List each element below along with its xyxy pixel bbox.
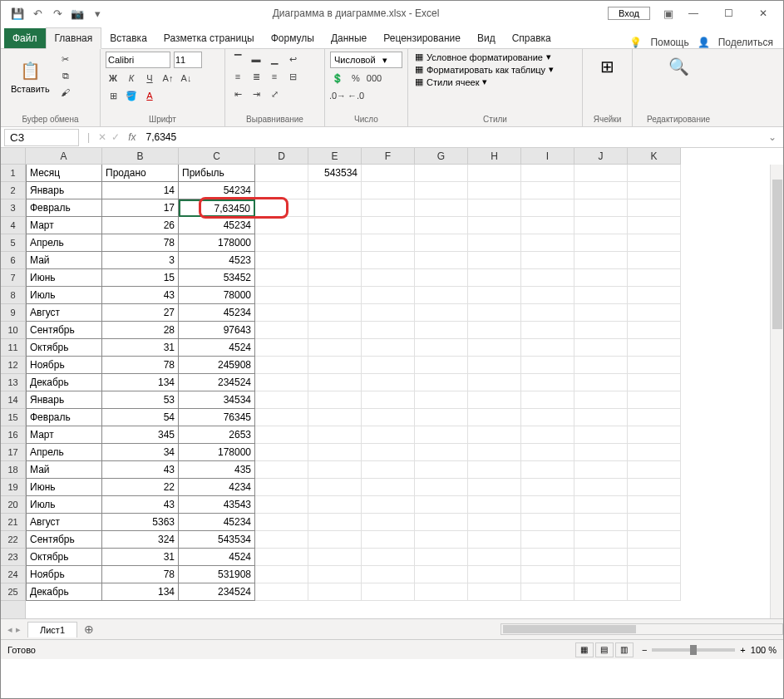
- cell-B13[interactable]: 134: [102, 374, 179, 391]
- font-name-select[interactable]: [106, 52, 170, 68]
- cell-A14[interactable]: Январь: [26, 391, 102, 409]
- cell-D4[interactable]: [255, 217, 308, 234]
- align-bottom-icon[interactable]: ▁: [267, 52, 282, 66]
- cell-H24[interactable]: [468, 566, 521, 583]
- borders-icon[interactable]: ⊞: [106, 88, 121, 103]
- cell-C18[interactable]: 435: [179, 461, 255, 479]
- cell-A9[interactable]: Август: [26, 304, 102, 322]
- row-header-15[interactable]: 15: [1, 409, 25, 426]
- cell-E14[interactable]: [308, 391, 362, 409]
- column-header-D[interactable]: D: [255, 148, 308, 164]
- cell-G8[interactable]: [415, 287, 468, 304]
- cell-C8[interactable]: 78000: [179, 287, 255, 304]
- cell-F23[interactable]: [362, 549, 415, 566]
- cell-J7[interactable]: [574, 269, 628, 287]
- login-button[interactable]: Вход: [608, 7, 650, 20]
- column-header-K[interactable]: K: [628, 148, 681, 164]
- cell-H23[interactable]: [468, 549, 521, 566]
- cell-A4[interactable]: Март: [26, 217, 102, 234]
- cell-F8[interactable]: [362, 287, 415, 304]
- cell-B8[interactable]: 43: [102, 287, 179, 304]
- cell-G20[interactable]: [415, 496, 468, 514]
- cell-K4[interactable]: [628, 217, 681, 234]
- add-sheet-button[interactable]: ⊕: [77, 623, 101, 636]
- cell-H2[interactable]: [468, 182, 521, 199]
- cell-K9[interactable]: [628, 304, 681, 322]
- column-header-I[interactable]: I: [521, 148, 574, 164]
- cell-F11[interactable]: [362, 339, 415, 357]
- cell-K18[interactable]: [628, 461, 681, 479]
- cell-H19[interactable]: [468, 479, 521, 496]
- cell-C9[interactable]: 45234: [179, 304, 255, 322]
- cell-F20[interactable]: [362, 496, 415, 514]
- cell-H16[interactable]: [468, 426, 521, 444]
- font-color-icon[interactable]: A: [142, 88, 157, 103]
- cell-C2[interactable]: 54234: [179, 182, 255, 199]
- column-header-B[interactable]: B: [102, 148, 179, 164]
- cell-A1[interactable]: Месяц: [26, 165, 102, 182]
- cell-A6[interactable]: Май: [26, 252, 102, 269]
- bold-button[interactable]: Ж: [106, 71, 121, 86]
- cell-C10[interactable]: 97643: [179, 322, 255, 339]
- cell-J8[interactable]: [574, 287, 628, 304]
- cell-D18[interactable]: [255, 461, 308, 479]
- row-header-22[interactable]: 22: [1, 531, 25, 549]
- row-header-7[interactable]: 7: [1, 269, 25, 287]
- cell-E25[interactable]: [308, 583, 362, 601]
- cell-C16[interactable]: 2653: [179, 426, 255, 444]
- cell-B5[interactable]: 78: [102, 234, 179, 252]
- row-header-6[interactable]: 6: [1, 252, 25, 269]
- cell-J20[interactable]: [574, 496, 628, 514]
- cell-E1[interactable]: 543534: [308, 165, 362, 182]
- cell-E17[interactable]: [308, 444, 362, 461]
- cell-B16[interactable]: 345: [102, 426, 179, 444]
- cell-A8[interactable]: Июль: [26, 287, 102, 304]
- cell-C12[interactable]: 245908: [179, 357, 255, 374]
- currency-icon[interactable]: 💲: [330, 71, 345, 86]
- cell-G19[interactable]: [415, 479, 468, 496]
- cell-H12[interactable]: [468, 357, 521, 374]
- cell-K12[interactable]: [628, 357, 681, 374]
- cell-B17[interactable]: 34: [102, 444, 179, 461]
- undo-icon[interactable]: ↶: [31, 7, 44, 20]
- tab-insert[interactable]: Вставка: [101, 28, 155, 48]
- row-header-17[interactable]: 17: [1, 444, 25, 461]
- wrap-text-icon[interactable]: ↩: [285, 52, 300, 66]
- cell-E23[interactable]: [308, 549, 362, 566]
- cell-B6[interactable]: 3: [102, 252, 179, 269]
- cell-G22[interactable]: [415, 531, 468, 549]
- align-top-icon[interactable]: ▔: [230, 52, 245, 66]
- cell-E12[interactable]: [308, 357, 362, 374]
- cell-G2[interactable]: [415, 182, 468, 199]
- cell-C19[interactable]: 4234: [179, 479, 255, 496]
- cell-E22[interactable]: [308, 531, 362, 549]
- underline-button[interactable]: Ч: [142, 71, 157, 86]
- enter-formula-icon[interactable]: ✓: [111, 131, 120, 143]
- cell-G7[interactable]: [415, 269, 468, 287]
- cell-B21[interactable]: 5363: [102, 514, 179, 531]
- cell-F14[interactable]: [362, 391, 415, 409]
- column-header-A[interactable]: A: [26, 148, 102, 164]
- cell-C1[interactable]: Прибыль: [179, 165, 255, 182]
- decrease-decimal-icon[interactable]: ←.0: [348, 88, 363, 103]
- formula-input[interactable]: [141, 130, 762, 145]
- zoom-level[interactable]: 100 %: [751, 645, 777, 655]
- cell-A22[interactable]: Сентябрь: [26, 531, 102, 549]
- row-header-24[interactable]: 24: [1, 566, 25, 583]
- zoom-out-button[interactable]: −: [642, 645, 647, 655]
- tab-home[interactable]: Главная: [46, 27, 102, 49]
- cell-K11[interactable]: [628, 339, 681, 357]
- cell-E8[interactable]: [308, 287, 362, 304]
- row-header-11[interactable]: 11: [1, 339, 25, 357]
- cell-E7[interactable]: [308, 269, 362, 287]
- cell-F5[interactable]: [362, 234, 415, 252]
- row-header-23[interactable]: 23: [1, 549, 25, 566]
- cell-styles-button[interactable]: ▦Стили ячеек▾: [413, 76, 577, 87]
- sheet-nav-prev-icon[interactable]: ◂: [7, 624, 12, 635]
- cell-E20[interactable]: [308, 496, 362, 514]
- cell-I4[interactable]: [521, 217, 574, 234]
- cell-C24[interactable]: 531908: [179, 566, 255, 583]
- cell-A18[interactable]: Май: [26, 461, 102, 479]
- tab-page-layout[interactable]: Разметка страницы: [155, 28, 263, 48]
- cell-E24[interactable]: [308, 566, 362, 583]
